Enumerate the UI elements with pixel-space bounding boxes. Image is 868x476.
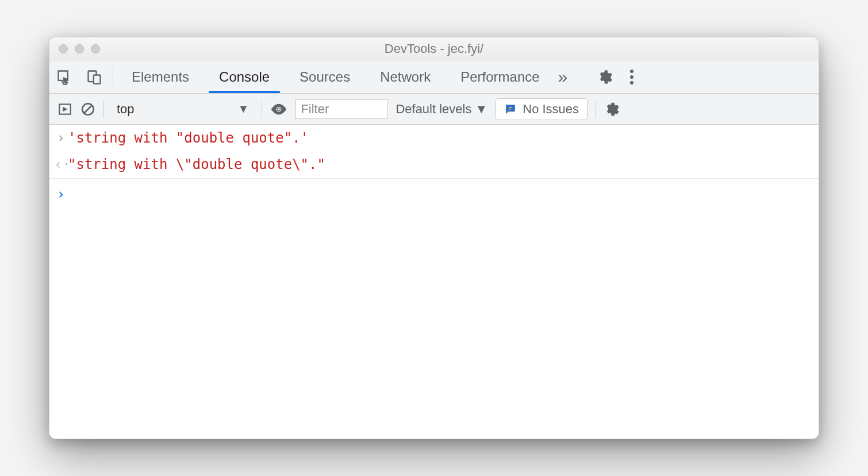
- output-cue-icon: ‹·: [54, 153, 68, 175]
- issues-icon: [504, 103, 517, 116]
- tab-label: Console: [219, 69, 270, 85]
- svg-line-4: [85, 105, 92, 113]
- more-options-icon[interactable]: [625, 70, 638, 85]
- device-toolbar-icon[interactable]: [79, 60, 109, 93]
- svg-point-5: [278, 108, 281, 110]
- window-controls: [49, 44, 100, 53]
- settings-icon[interactable]: [590, 69, 620, 85]
- chevron-down-icon: ▼: [238, 102, 249, 116]
- chevron-down-icon: ▼: [475, 102, 487, 117]
- separator: [596, 101, 596, 118]
- console-output-text: "string with \"double quote\".": [68, 153, 325, 175]
- live-expression-icon[interactable]: [270, 101, 287, 118]
- console-toolbar: top ▼ Default levels ▼ No Issues: [49, 94, 819, 125]
- separator: [113, 67, 113, 86]
- tab-performance[interactable]: Performance: [445, 60, 554, 93]
- console-output[interactable]: › 'string with "double quote".' ‹· "stri…: [49, 125, 819, 439]
- console-row-output: ‹· "string with \"double quote\".": [49, 151, 819, 178]
- separator: [262, 101, 262, 118]
- tab-elements[interactable]: Elements: [117, 60, 204, 93]
- window-zoom-button[interactable]: [91, 44, 100, 53]
- svg-rect-1: [94, 75, 101, 83]
- tab-sources[interactable]: Sources: [285, 60, 365, 93]
- tab-label: Network: [380, 69, 431, 85]
- more-tabs-button[interactable]: »: [555, 67, 571, 87]
- filter-input[interactable]: [295, 99, 387, 119]
- input-cue-icon: ›: [54, 127, 68, 149]
- panel-tabstrip: Elements Console Sources Network Perform…: [49, 60, 819, 94]
- console-settings-icon[interactable]: [604, 102, 619, 117]
- tab-label: Sources: [299, 69, 350, 85]
- tab-label: Elements: [132, 69, 189, 85]
- console-row-input: › 'string with "double quote".': [49, 125, 819, 151]
- window-minimize-button[interactable]: [75, 44, 84, 53]
- tab-label: Performance: [460, 69, 539, 85]
- context-label: top: [117, 102, 135, 117]
- execution-context-selector[interactable]: top ▼: [112, 99, 254, 119]
- window-close-button[interactable]: [59, 44, 68, 53]
- tab-console[interactable]: Console: [204, 60, 285, 93]
- separator: [103, 101, 104, 118]
- clear-console-icon[interactable]: [80, 102, 95, 117]
- issues-button[interactable]: No Issues: [496, 98, 587, 120]
- svg-rect-7: [509, 109, 512, 110]
- svg-rect-6: [509, 107, 513, 108]
- toggle-sidebar-icon[interactable]: [57, 102, 72, 117]
- levels-label: Default levels: [395, 102, 471, 117]
- console-prompt-input[interactable]: [68, 183, 812, 203]
- titlebar: DevTools - jec.fyi/: [49, 37, 819, 60]
- log-levels-selector[interactable]: Default levels ▼: [395, 102, 487, 117]
- prompt-cue-icon: ›: [54, 183, 68, 205]
- window-title: DevTools - jec.fyi/: [49, 41, 819, 56]
- inspect-element-icon[interactable]: [49, 60, 79, 93]
- console-input-text: 'string with "double quote".': [68, 127, 309, 149]
- issues-label: No Issues: [523, 102, 579, 117]
- devtools-window: DevTools - jec.fyi/ Elements Console Sou…: [49, 37, 819, 439]
- console-prompt-row[interactable]: ›: [49, 179, 819, 208]
- tab-network[interactable]: Network: [365, 60, 445, 93]
